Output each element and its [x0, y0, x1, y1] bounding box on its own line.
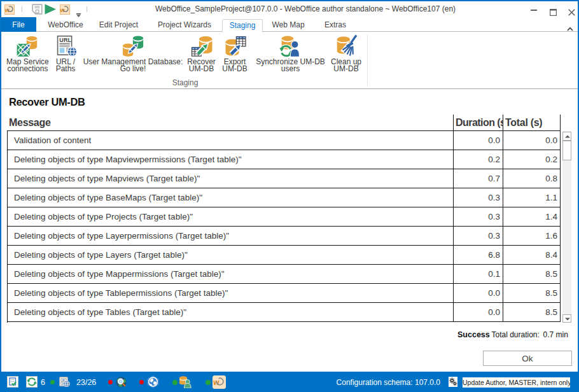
- svg-text:w: w: [213, 378, 220, 387]
- svg-text:URL: URL: [59, 37, 71, 43]
